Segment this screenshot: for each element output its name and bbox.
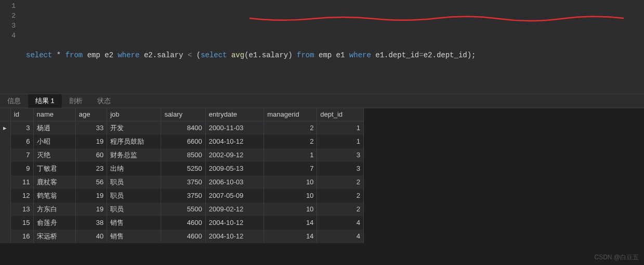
sql-token: emp e1 xyxy=(314,51,349,59)
tab-info[interactable]: 信息 xyxy=(0,94,28,108)
cell-age[interactable]: 19 xyxy=(75,189,107,203)
cell-name[interactable]: 丁敏君 xyxy=(33,162,75,175)
sql-token: from xyxy=(297,51,314,59)
cell-id[interactable]: 13 xyxy=(10,203,33,216)
cell-salary[interactable]: 3750 xyxy=(161,189,205,203)
cell-name[interactable]: 方东白 xyxy=(33,203,75,216)
cell-job[interactable]: 出纳 xyxy=(107,162,161,175)
sql-editor[interactable]: 1 2 3 4 select * from emp e2 where e2.sa… xyxy=(0,0,644,94)
cell-managerid[interactable]: 1 xyxy=(264,148,317,162)
cell-age[interactable]: 23 xyxy=(75,162,107,175)
cell-managerid[interactable]: 14 xyxy=(264,230,317,243)
cell-salary[interactable]: 3750 xyxy=(161,175,205,189)
sql-token: avg xyxy=(231,51,244,59)
cell-id[interactable]: 9 xyxy=(10,162,33,175)
row-indicator: ▸ xyxy=(0,121,10,135)
cell-age[interactable]: 38 xyxy=(75,216,107,230)
cell-salary[interactable]: 4600 xyxy=(161,216,205,230)
cell-name[interactable]: 灭绝 xyxy=(33,148,75,162)
cell-dept_id[interactable]: 3 xyxy=(317,148,364,162)
cell-salary[interactable]: 4600 xyxy=(161,230,205,243)
sql-token: * xyxy=(52,51,65,59)
cell-dept_id[interactable]: 4 xyxy=(317,216,364,230)
table-row[interactable]: 11鹿杖客56职员37502006-10-03102 xyxy=(0,175,364,189)
cell-job[interactable]: 销售 xyxy=(107,216,161,230)
cell-age[interactable]: 56 xyxy=(75,175,107,189)
cell-job[interactable]: 财务总监 xyxy=(107,148,161,162)
cell-managerid[interactable]: 10 xyxy=(264,189,317,203)
table-row[interactable]: 13方东白19职员55002009-02-12102 xyxy=(0,203,364,216)
row-indicator-header xyxy=(0,108,10,121)
row-indicator xyxy=(0,148,10,162)
cell-id[interactable]: 15 xyxy=(10,216,33,230)
sql-token: where xyxy=(349,51,371,59)
row-indicator xyxy=(0,203,10,216)
cell-dept_id[interactable]: 3 xyxy=(317,162,364,175)
sql-token: from xyxy=(65,51,83,59)
row-indicator xyxy=(0,162,10,175)
cell-name[interactable]: 鹿杖客 xyxy=(33,175,75,189)
cell-dept_id[interactable]: 2 xyxy=(317,189,364,203)
sql-token: = xyxy=(419,51,423,59)
cell-age[interactable]: 60 xyxy=(75,148,107,162)
row-indicator xyxy=(0,230,10,243)
cell-entrydate[interactable]: 2004-10-12 xyxy=(205,230,264,243)
cell-job[interactable]: 职员 xyxy=(107,175,161,189)
sql-token: emp e2 xyxy=(83,51,117,59)
row-indicator xyxy=(0,135,10,148)
line-number: 2 xyxy=(0,11,16,21)
cell-entrydate[interactable]: 2004-10-12 xyxy=(205,216,264,230)
cell-job[interactable]: 职员 xyxy=(107,189,161,203)
cell-managerid[interactable]: 10 xyxy=(264,203,317,216)
table-row[interactable]: 15俞莲舟38销售46002004-10-12144 xyxy=(0,216,364,230)
cell-id[interactable]: 7 xyxy=(10,148,33,162)
cell-managerid[interactable]: 10 xyxy=(264,175,317,189)
line-number: 4 xyxy=(0,31,16,41)
cell-dept_id[interactable]: 2 xyxy=(317,203,364,216)
sql-statement[interactable]: select * from emp e2 where e2.salary < (… xyxy=(26,51,644,60)
watermark-text: CSDN @白豆五 xyxy=(594,253,639,262)
cell-age[interactable]: 40 xyxy=(75,230,107,243)
row-indicator xyxy=(0,175,10,189)
table-row[interactable]: 12鹤笔翁19职员37502007-05-09102 xyxy=(0,189,364,203)
cell-managerid[interactable]: 14 xyxy=(264,216,317,230)
cell-name[interactable]: 鹤笔翁 xyxy=(33,189,75,203)
cell-name[interactable]: 宋远桥 xyxy=(33,230,75,243)
line-number-gutter: 1 2 3 4 xyxy=(0,0,21,94)
sql-token: e1.dept_id xyxy=(371,51,419,59)
sql-token: e2.salary xyxy=(139,51,187,59)
row-indicator xyxy=(0,189,10,203)
cell-dept_id[interactable]: 2 xyxy=(317,175,364,189)
cell-entrydate[interactable]: 2009-05-13 xyxy=(205,162,264,175)
cell-managerid[interactable]: 7 xyxy=(264,162,317,175)
line-number: 1 xyxy=(0,1,16,11)
cell-salary[interactable]: 5500 xyxy=(161,203,205,216)
code-content[interactable]: select * from emp e2 where e2.salary < (… xyxy=(21,0,644,94)
cell-salary[interactable]: 8500 xyxy=(161,148,205,162)
cell-entrydate[interactable]: 2002-09-12 xyxy=(205,148,264,162)
table-row[interactable]: 16宋远桥40销售46002004-10-12144 xyxy=(0,230,364,243)
line-number: 3 xyxy=(0,21,16,31)
row-indicator xyxy=(0,216,10,230)
table-row[interactable]: 7灭绝60财务总监85002002-09-1213 xyxy=(0,148,364,162)
cell-job[interactable]: 销售 xyxy=(107,230,161,243)
sql-token: (e1.salary) xyxy=(244,51,297,59)
sql-token xyxy=(227,51,231,59)
sql-token: where xyxy=(117,51,139,59)
cell-entrydate[interactable]: 2007-05-09 xyxy=(205,189,264,203)
cell-name[interactable]: 俞莲舟 xyxy=(33,216,75,230)
table-row[interactable]: 9丁敏君23出纳52502009-05-1373 xyxy=(0,162,364,175)
sql-token: e2.dept_id); xyxy=(424,51,476,59)
cell-entrydate[interactable]: 2006-10-03 xyxy=(205,175,264,189)
cell-dept_id[interactable]: 4 xyxy=(317,230,364,243)
cell-age[interactable]: 19 xyxy=(75,203,107,216)
cell-salary[interactable]: 5250 xyxy=(161,162,205,175)
sql-token: ( xyxy=(192,51,201,59)
cell-id[interactable]: 16 xyxy=(10,230,33,243)
sql-token: select xyxy=(201,51,227,59)
cell-id[interactable]: 11 xyxy=(10,175,33,189)
cell-entrydate[interactable]: 2009-02-12 xyxy=(205,203,264,216)
cell-id[interactable]: 12 xyxy=(10,189,33,203)
sql-token: select xyxy=(26,51,52,59)
cell-job[interactable]: 职员 xyxy=(107,203,161,216)
